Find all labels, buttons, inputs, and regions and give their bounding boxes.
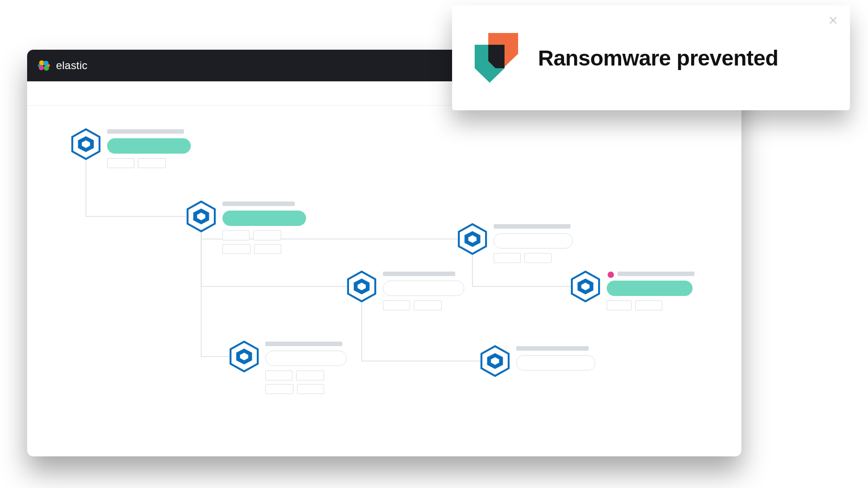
- alert-toast-title: Ransomware prevented: [538, 46, 778, 70]
- process-node[interactable]: [228, 341, 351, 394]
- process-node-body: [222, 201, 308, 254]
- process-hex-icon: [70, 128, 102, 160]
- process-hex-icon: [228, 341, 260, 372]
- process-tag[interactable]: [607, 300, 632, 310]
- svg-point-6: [38, 64, 41, 67]
- process-label-pill[interactable]: [607, 281, 693, 296]
- process-node[interactable]: [457, 223, 580, 263]
- process-node[interactable]: [570, 271, 694, 310]
- process-tag[interactable]: [383, 300, 410, 310]
- process-hex-icon: [185, 201, 217, 232]
- process-tag[interactable]: [253, 230, 281, 240]
- process-tags: [607, 300, 693, 310]
- process-tag[interactable]: [494, 253, 521, 263]
- process-title-placeholder: [618, 272, 694, 276]
- process-title-placeholder: [107, 129, 184, 134]
- process-node[interactable]: [70, 128, 193, 168]
- process-node-body: [607, 271, 694, 310]
- alert-indicator-icon: [608, 272, 614, 278]
- process-node[interactable]: [185, 201, 308, 254]
- svg-point-7: [47, 64, 50, 67]
- process-node[interactable]: [346, 271, 469, 310]
- process-node-body: [107, 128, 193, 168]
- close-icon[interactable]: [828, 15, 838, 25]
- process-tag[interactable]: [138, 158, 166, 168]
- process-tag[interactable]: [414, 300, 442, 310]
- app-window: elastic: [27, 50, 741, 456]
- process-title-placeholder: [222, 202, 295, 206]
- process-tag[interactable]: [296, 371, 324, 380]
- process-label-pill[interactable]: [494, 233, 573, 249]
- process-label-pill[interactable]: [222, 211, 306, 226]
- process-label-pill[interactable]: [265, 351, 347, 366]
- process-tags: [494, 253, 573, 263]
- alert-toast: Ransomware prevented: [452, 5, 850, 110]
- shield-icon: [475, 33, 518, 83]
- process-tree-canvas[interactable]: [27, 106, 741, 456]
- process-tag[interactable]: [524, 253, 552, 263]
- process-tags: [107, 158, 191, 168]
- process-tag[interactable]: [254, 244, 281, 254]
- process-tag[interactable]: [265, 384, 293, 394]
- process-hex-icon: [346, 271, 377, 302]
- process-label-pill[interactable]: [516, 355, 595, 371]
- process-label-pill[interactable]: [107, 138, 191, 154]
- process-tag[interactable]: [222, 244, 250, 254]
- elastic-logo-icon: [37, 59, 51, 72]
- brand-name: elastic: [56, 59, 87, 72]
- process-tag[interactable]: [265, 371, 292, 380]
- process-tag[interactable]: [222, 230, 250, 240]
- process-hex-icon: [570, 271, 601, 302]
- process-hex-icon: [479, 345, 511, 377]
- process-tag[interactable]: [635, 300, 662, 310]
- process-title-placeholder: [494, 224, 571, 229]
- process-tag[interactable]: [297, 384, 324, 394]
- process-node-body: [516, 345, 602, 371]
- process-hex-icon: [457, 223, 488, 255]
- process-node-body: [265, 341, 351, 394]
- process-title-placeholder: [383, 272, 455, 276]
- process-title-placeholder: [265, 342, 342, 346]
- process-title-placeholder: [516, 346, 589, 351]
- process-node-body: [383, 271, 469, 310]
- process-tags: [265, 371, 347, 394]
- process-tags: [222, 230, 306, 254]
- process-node[interactable]: [479, 345, 602, 377]
- process-tag[interactable]: [107, 158, 134, 168]
- process-label-pill[interactable]: [383, 281, 464, 296]
- process-node-body: [494, 223, 580, 263]
- process-tags: [383, 300, 464, 310]
